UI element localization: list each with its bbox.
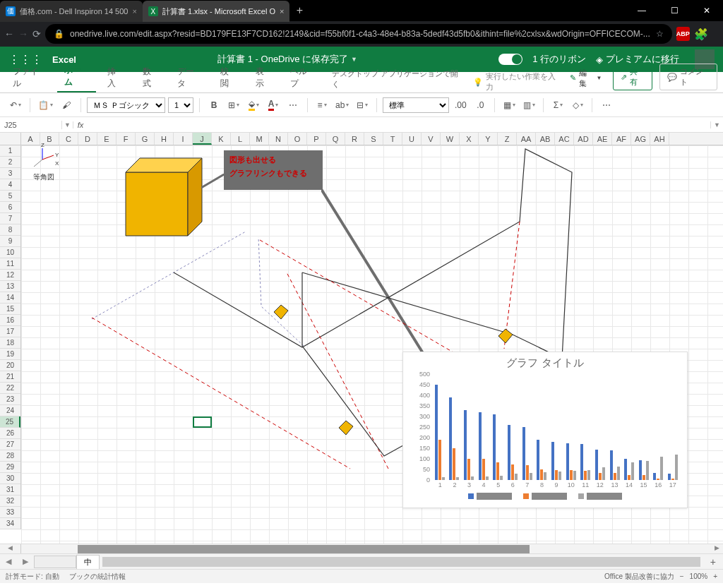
tell-me-search[interactable]: 💡 実行したい作業を入力 (473, 71, 561, 92)
spreadsheet-grid[interactable]: ABCDEFGHIJKLMNOPQRSTUVWXYZAAABACADAEAFAG… (0, 133, 723, 544)
active-cell[interactable] (193, 416, 212, 428)
col-header-A[interactable]: A (21, 133, 40, 145)
col-header-K[interactable]: K (212, 133, 231, 145)
col-header-AE[interactable]: AE (593, 133, 612, 145)
col-header-R[interactable]: R (345, 133, 364, 145)
col-header-L[interactable]: L (231, 133, 250, 145)
row-header-13[interactable]: 13 (0, 281, 20, 292)
row-header-21[interactable]: 21 (0, 371, 20, 383)
row-header-16[interactable]: 16 (0, 315, 20, 326)
col-header-AF[interactable]: AF (612, 133, 631, 145)
row-header-18[interactable]: 18 (0, 337, 20, 349)
autosum-button[interactable]: Σ▾ (549, 97, 566, 114)
col-header-E[interactable]: E (97, 133, 116, 145)
back-button[interactable]: ← (4, 24, 14, 44)
increase-decimal-button[interactable]: .00 (452, 97, 469, 114)
col-header-O[interactable]: O (288, 133, 307, 145)
row-header-29[interactable]: 29 (0, 462, 20, 473)
col-header-W[interactable]: W (441, 133, 460, 145)
tab-insert[interactable]: 挿入 (100, 63, 131, 92)
browser-tab-2[interactable]: X 計算書 1.xlsx - Microsoft Excel O × (143, 1, 290, 22)
sheet-nav-prev[interactable]: ◀ (0, 557, 17, 566)
borders-button[interactable]: ⊞▾ (225, 97, 242, 114)
add-sheet-button[interactable]: + (703, 556, 723, 568)
row-header-1[interactable]: 1 (0, 145, 20, 157)
col-header-AD[interactable]: AD (574, 133, 593, 145)
clear-button[interactable]: ◇▾ (569, 97, 586, 114)
wrap-text-button[interactable]: ab▾ (333, 97, 351, 114)
row-header-8[interactable]: 8 (0, 224, 20, 236)
more-button[interactable]: ⋯ (598, 97, 615, 114)
row-header-23[interactable]: 23 (0, 394, 20, 405)
align-middle-button[interactable]: ≡▾ (313, 97, 330, 114)
row-header-7[interactable]: 7 (0, 213, 20, 224)
col-header-F[interactable]: F (116, 133, 136, 145)
col-header-C[interactable]: C (59, 133, 78, 145)
row-header-30[interactable]: 30 (0, 473, 20, 484)
abp-extension-icon[interactable]: ABP (676, 27, 690, 41)
font-size-select[interactable]: 11 (168, 97, 193, 113)
row-header-33[interactable]: 33 (0, 507, 20, 518)
col-header-N[interactable]: N (269, 133, 288, 145)
paste-button[interactable]: 📋▾ (36, 97, 55, 114)
row-header-25[interactable]: 25 (0, 416, 20, 428)
col-header-D[interactable]: D (78, 133, 97, 145)
col-header-AH[interactable]: AH (650, 133, 669, 145)
number-format-select[interactable]: 標準 (383, 97, 449, 113)
calc-mode[interactable]: 計算モード: 自動 (6, 572, 59, 582)
row-header-31[interactable]: 31 (0, 484, 20, 496)
zoom-in-button[interactable]: + (713, 572, 717, 580)
decrease-decimal-button[interactable]: .0 (472, 97, 489, 114)
expand-formula-icon[interactable]: ▼ (710, 121, 723, 128)
row-header-5[interactable]: 5 (0, 191, 20, 202)
col-header-V[interactable]: V (422, 133, 441, 145)
row-header-4[interactable]: 4 (0, 179, 20, 191)
improve-office[interactable]: Office 製品改善に協力 (604, 572, 674, 582)
col-header-T[interactable]: T (383, 133, 402, 145)
minimize-button[interactable]: — (626, 0, 658, 21)
format-painter-button[interactable]: 🖌 (58, 97, 75, 114)
zoom-out-button[interactable]: − (680, 572, 684, 580)
font-color-button[interactable]: A▾ (265, 97, 282, 114)
row-header-6[interactable]: 6 (0, 202, 20, 213)
new-tab-button[interactable]: + (289, 4, 309, 17)
edit-mode-button[interactable]: ✎ 編集 ▼ (566, 66, 606, 90)
row-header-27[interactable]: 27 (0, 439, 20, 450)
undo-button[interactable]: ↶▾ (7, 97, 24, 114)
row-header-12[interactable]: 12 (0, 270, 20, 281)
col-header-Z[interactable]: Z (498, 133, 517, 145)
star-icon[interactable]: ☆ (656, 29, 664, 39)
browser-menu-icon[interactable]: ⋮ (717, 28, 723, 41)
col-header-AG[interactable]: AG (631, 133, 650, 145)
horizontal-scrollbar[interactable]: ◀ ▶ (0, 544, 723, 553)
fx-icon[interactable]: fx (73, 121, 88, 129)
row-header-28[interactable]: 28 (0, 450, 20, 462)
browser-tab-1[interactable]: 価 価格.com - Dell Inspiron 14 500 × (0, 1, 143, 22)
open-desktop-link[interactable]: デスクトップ アプリケーションで開く (326, 66, 469, 92)
tab-file[interactable]: ファイル (6, 63, 53, 92)
share-button[interactable]: ⇗ 共有 (613, 64, 652, 90)
col-header-AC[interactable]: AC (555, 133, 574, 145)
url-field[interactable]: 🔒 onedrive.live.com/edit.aspx?resid=BD17… (45, 24, 672, 44)
maximize-button[interactable]: ☐ (658, 0, 691, 21)
col-header-X[interactable]: X (460, 133, 479, 145)
row-header-9[interactable]: 9 (0, 236, 20, 247)
reload-button[interactable]: ⟳ (32, 24, 41, 44)
col-header-U[interactable]: U (402, 133, 422, 145)
row-header-17[interactable]: 17 (0, 326, 20, 337)
tab-formulas[interactable]: 数式 (136, 63, 166, 92)
more-font-button[interactable]: ⋯ (285, 97, 301, 114)
tab-view[interactable]: 表示 (249, 63, 279, 92)
row-header-34[interactable]: 34 (0, 518, 20, 529)
row-header-10[interactable]: 10 (0, 247, 20, 258)
col-header-B[interactable]: B (40, 133, 59, 145)
name-box-dropdown[interactable]: ▼ (62, 121, 73, 128)
col-header-S[interactable]: S (364, 133, 383, 145)
row-header-20[interactable]: 20 (0, 360, 20, 371)
col-header-M[interactable]: M (250, 133, 269, 145)
col-header-AA[interactable]: AA (517, 133, 536, 145)
col-header-P[interactable]: P (307, 133, 326, 145)
row-header-32[interactable]: 32 (0, 496, 20, 507)
col-header-AB[interactable]: AB (536, 133, 555, 145)
row-header-15[interactable]: 15 (0, 304, 20, 315)
